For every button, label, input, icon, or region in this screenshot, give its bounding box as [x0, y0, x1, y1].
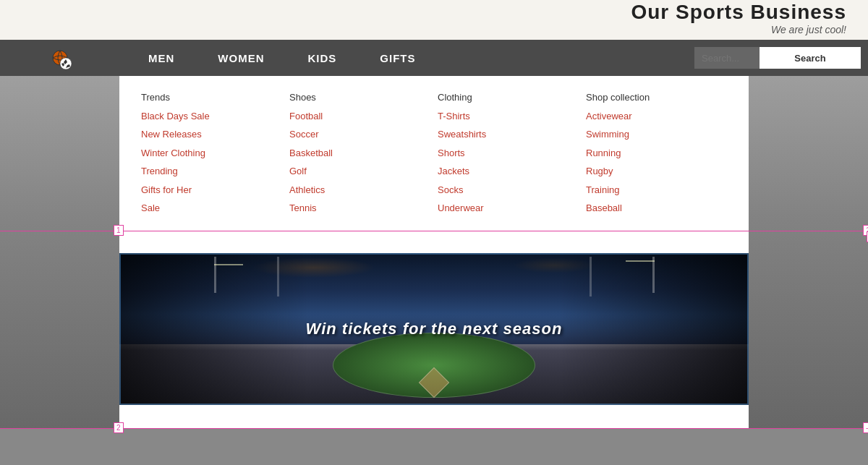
dropdown-link[interactable]: Winter Clothing: [141, 146, 282, 161]
baseball-field: [333, 333, 535, 398]
dropdown-col-3: ClothingT-ShirtsSweatshirtsShortsJackets…: [438, 90, 579, 216]
search-button[interactable]: Search: [760, 47, 861, 69]
dropdown-link[interactable]: Shop collection: [586, 90, 727, 105]
crowd-right: [560, 253, 749, 405]
dropdown-link[interactable]: Activewear: [586, 109, 727, 124]
dropdown-link[interactable]: Baseball: [586, 201, 727, 216]
brand-name: Our Sports Business: [631, 1, 846, 24]
dropdown-link[interactable]: Black Days Sale: [141, 109, 282, 124]
dropdown-link[interactable]: Gifts for Her: [141, 183, 282, 197]
dropdown-grid: TrendsBlack Days SaleNew ReleasesWinter …: [141, 90, 727, 216]
nav-item-men[interactable]: MEN: [148, 52, 174, 64]
dropdown-link[interactable]: Jackets: [438, 164, 579, 179]
dropdown-link[interactable]: T-Shirts: [438, 109, 579, 124]
banner-section: Win tickets for the next season: [119, 253, 749, 405]
nav-item-women[interactable]: WOMEN: [218, 52, 264, 64]
dropdown-link[interactable]: Training: [586, 183, 727, 197]
dropdown-menu: TrendsBlack Days SaleNew ReleasesWinter …: [119, 76, 749, 223]
right-sidebar: [749, 76, 868, 429]
dropdown-link[interactable]: Soccer: [289, 127, 430, 142]
dropdown-link[interactable]: Swimming: [586, 127, 727, 142]
dropdown-link[interactable]: Basketball: [289, 146, 430, 161]
dropdown-link[interactable]: Socks: [438, 183, 579, 197]
dropdown-link[interactable]: Rugby: [586, 164, 727, 179]
guideline-1: [0, 231, 868, 231]
left-sidebar: [0, 76, 119, 429]
dropdown-col-4: Shop collectionActivewearSwimmingRunning…: [586, 90, 727, 216]
dropdown-link[interactable]: Athletics: [289, 183, 430, 197]
nav-logo: [0, 40, 119, 76]
nav-bar: MEN WOMEN KIDS GIFTS Search: [0, 40, 868, 76]
infield-diamond: [419, 367, 449, 398]
guideline-2: [0, 428, 868, 429]
dropdown-link[interactable]: Tennis: [289, 201, 430, 216]
nav-items: MEN WOMEN KIDS GIFTS: [119, 52, 694, 64]
banner-text: Win tickets for the next season: [306, 320, 563, 338]
dropdown-link[interactable]: Trending: [141, 164, 282, 179]
dropdown-link[interactable]: Sweatshirts: [438, 127, 579, 142]
dropdown-link[interactable]: Running: [586, 146, 727, 161]
dropdown-col-2: ShoesFootballSoccerBasketballGolfAthleti…: [289, 90, 430, 216]
light-beam-1: [214, 264, 243, 265]
nav-item-kids[interactable]: KIDS: [308, 52, 337, 64]
search-input[interactable]: [694, 47, 760, 69]
light-pole-1: [214, 257, 216, 293]
light-pole-2: [277, 257, 279, 297]
banner-text-container: Win tickets for the next season: [306, 320, 563, 338]
dropdown-link[interactable]: Shoes: [289, 90, 430, 105]
dropdown-link[interactable]: Clothing: [438, 90, 579, 105]
dropdown-link[interactable]: Sale: [141, 201, 282, 216]
brand-tagline: We are just cool!: [631, 24, 846, 35]
dropdown-link[interactable]: Trends: [141, 90, 282, 105]
dropdown-link[interactable]: Golf: [289, 164, 430, 179]
dropdown-link[interactable]: New Releases: [141, 127, 282, 142]
dropdown-link[interactable]: Underwear: [438, 201, 579, 216]
sports-logo-icon: [47, 45, 73, 71]
nav-search-area: Search: [694, 47, 861, 69]
main-content: TrendsBlack Days SaleNew ReleasesWinter …: [0, 76, 868, 429]
brand-title: Our Sports Business We are just cool!: [631, 1, 846, 35]
nav-item-gifts[interactable]: GIFTS: [380, 52, 415, 64]
top-bar: Our Sports Business We are just cool!: [0, 0, 868, 40]
dropdown-link[interactable]: Shorts: [438, 146, 579, 161]
light-pole-4: [590, 257, 592, 297]
light-beam-2: [626, 260, 655, 262]
center-area: TrendsBlack Days SaleNew ReleasesWinter …: [119, 76, 749, 429]
dropdown-link[interactable]: Football: [289, 109, 430, 124]
dropdown-col-1: TrendsBlack Days SaleNew ReleasesWinter …: [141, 90, 282, 216]
light-pole-3: [652, 257, 655, 293]
